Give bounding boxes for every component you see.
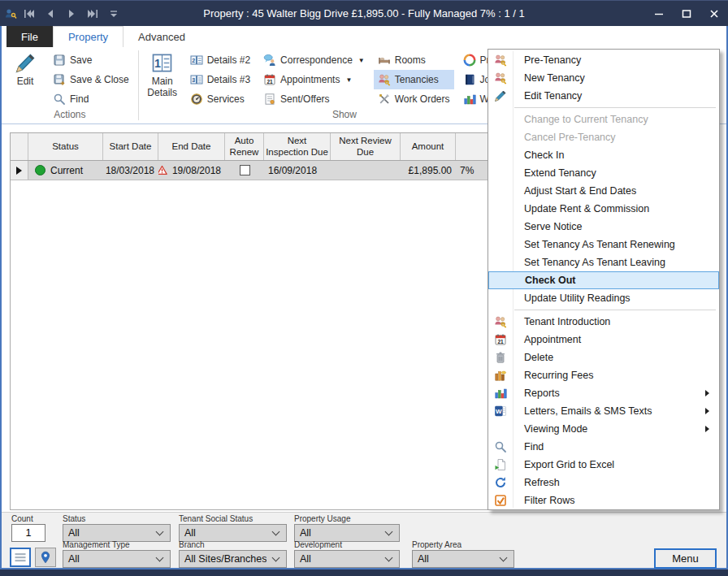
filter-field-property-usage: Property UsageAll	[294, 514, 400, 542]
menu-item-delete[interactable]: Delete	[488, 349, 719, 366]
column-header-next-review-due[interactable]: Next Review Due	[331, 133, 401, 160]
menu-item-find[interactable]: Find	[488, 438, 719, 456]
correspondence-button[interactable]: Correspondence ▼	[259, 50, 369, 70]
save-icon	[53, 54, 66, 67]
end-date-cell: 19/08/2018	[158, 161, 225, 180]
menu-item-label: Serve Notice	[513, 221, 583, 232]
last-record-button[interactable]	[84, 5, 102, 23]
menu-item-set-tenancy-as-tenant-renewing[interactable]: Set Tenancy As Tenant Renewing	[488, 236, 719, 253]
list-view-button[interactable]	[10, 548, 31, 567]
column-header-status[interactable]: Status	[28, 133, 103, 160]
calendar-icon: 21	[488, 333, 513, 346]
menu-item-adjust-start-end-dates[interactable]: Adjust Start & End Dates	[488, 182, 719, 200]
column-header-amount[interactable]: Amount	[401, 133, 456, 160]
menu-item-letters-emails-sms-texts[interactable]: WLetters, Emails & SMS Texts	[488, 402, 719, 420]
menu-item-filter-rows[interactable]: Filter Rows	[488, 492, 719, 509]
work-orders-button[interactable]: Work Orders	[374, 89, 454, 109]
details-2-button[interactable]: 2 Details #2	[186, 50, 254, 70]
quick-access-dropdown-button[interactable]	[105, 5, 123, 23]
close-icon	[708, 7, 721, 20]
minimize-button[interactable]	[645, 1, 673, 27]
minimize-icon	[652, 7, 665, 20]
edit-button[interactable]: Edit	[6, 50, 44, 88]
main-details-button[interactable]: 1 Main Details	[144, 50, 181, 99]
ribbon-group-actions: Edit Save Save & Close Fin	[2, 47, 138, 123]
filter-dropdown-development[interactable]: All	[294, 550, 400, 568]
column-header-auto-renew[interactable]: Auto Renew	[225, 133, 264, 160]
chevron-down-icon	[272, 554, 280, 562]
filter-dropdown-management-type[interactable]: All	[63, 550, 171, 568]
auto-renew-checkbox[interactable]	[240, 165, 250, 175]
tenancies-button[interactable]: Tenancies	[374, 70, 454, 89]
sent-offers-label: Sent/Offers	[280, 93, 329, 105]
next-record-icon	[65, 7, 78, 20]
end-date-value: 19/08/2018	[172, 165, 221, 176]
menu-item-label: Delete	[513, 352, 553, 363]
filter-dropdown-tenant-social-status[interactable]: All	[179, 524, 287, 542]
menu-item-export-grid-to-excel[interactable]: Export Grid to Excel	[488, 456, 719, 474]
menu-item-label: Change to Current Tenancy	[513, 114, 648, 125]
menu-item-update-utility-readings[interactable]: Update Utility Readings	[488, 289, 719, 307]
filter-field-status: StatusAll	[63, 514, 171, 542]
rooms-button[interactable]: Rooms	[374, 50, 454, 70]
menu-separator	[514, 307, 719, 313]
details-3-label: Details #3	[207, 74, 250, 85]
column-header-next-inspection-due[interactable]: Next Inspection Due	[264, 133, 331, 160]
tab-advanced[interactable]: Advanced	[124, 26, 200, 47]
map-pin-icon	[39, 551, 52, 564]
menu-item-edit-tenancy[interactable]: Edit Tenancy	[488, 87, 719, 105]
filter-field-property-area: Property AreaAll	[412, 540, 514, 568]
menu-item-serve-notice[interactable]: Serve Notice	[488, 218, 719, 236]
first-record-button[interactable]	[20, 5, 38, 23]
filter-label: Tenant Social Status	[179, 514, 287, 523]
menu-item-extend-tenancy[interactable]: Extend Tenancy	[488, 164, 719, 182]
menu-item-pre-tenancy[interactable]: Pre-Tenancy	[488, 51, 719, 69]
sent-offers-button[interactable]: Sent/Offers	[259, 89, 369, 109]
menu-item-check-out[interactable]: Check Out	[488, 271, 719, 289]
save-button[interactable]: Save	[49, 50, 133, 70]
bar-chart-icon	[463, 93, 476, 106]
filter-icon	[488, 494, 513, 507]
menu-button[interactable]: Menu	[654, 548, 717, 569]
filter-dropdown-property-usage[interactable]: All	[294, 524, 400, 542]
menu-item-check-in[interactable]: Check In	[488, 146, 719, 164]
menu-item-label: Extend Tenancy	[513, 167, 596, 179]
menu-item-reports[interactable]: Reports	[488, 384, 719, 402]
services-button[interactable]: Services	[186, 89, 254, 109]
filter-dropdown-branch[interactable]: All Sites/Branches	[179, 550, 287, 568]
menu-item-new-tenancy[interactable]: New Tenancy	[488, 69, 719, 87]
menu-item-set-tenancy-as-tenant-leaving[interactable]: Set Tenancy As Tenant Leaving	[488, 253, 719, 271]
menu-item-label: Tenant Introduction	[513, 316, 610, 327]
menu-item-refresh[interactable]: Refresh	[488, 474, 719, 492]
tools-icon	[378, 93, 391, 106]
menu-item-viewing-mode[interactable]: Viewing Mode	[488, 420, 719, 438]
count-input[interactable]	[11, 524, 46, 542]
column-header-end-date[interactable]: End Date	[158, 133, 225, 160]
details-3-button[interactable]: 3 Details #3	[186, 70, 254, 89]
appointments-button[interactable]: 21 Appointments ▼	[259, 70, 369, 89]
save-and-close-button[interactable]: Save & Close	[49, 70, 133, 89]
menu-separator	[514, 105, 719, 110]
title-bar: Property : 45 Walter Bigg Drive £1,895.0…	[0, 0, 728, 26]
filter-dropdown-property-area[interactable]: All	[412, 550, 514, 568]
maximize-button[interactable]	[673, 1, 700, 27]
menu-item-update-rent-commission[interactable]: Update Rent & Commission	[488, 200, 719, 218]
count-label: Count	[11, 514, 46, 523]
last-record-icon	[86, 7, 99, 20]
menu-item-label: Viewing Mode	[513, 423, 587, 435]
column-header-start-date[interactable]: Start Date	[103, 133, 158, 160]
menu-item-recurring-fees[interactable]: Recurring Fees	[488, 366, 719, 384]
menu-item-tenant-introduction[interactable]: Tenant Introduction	[488, 313, 719, 331]
close-button[interactable]	[700, 1, 728, 27]
search-icon	[53, 93, 66, 106]
map-view-button[interactable]	[35, 548, 56, 567]
filter-dropdown-status[interactable]: All	[63, 524, 171, 542]
next-record-button[interactable]	[63, 5, 80, 23]
previous-record-button[interactable]	[41, 5, 59, 23]
tab-file[interactable]: File	[6, 26, 53, 47]
find-button[interactable]: Find	[49, 89, 133, 109]
menu-item-appointment[interactable]: 21Appointment	[488, 331, 719, 349]
menu-item-label: Recurring Fees	[513, 370, 593, 381]
context-menu: Pre-TenancyNew TenancyEdit TenancyChange…	[488, 49, 720, 510]
tab-property[interactable]: Property	[53, 26, 124, 47]
